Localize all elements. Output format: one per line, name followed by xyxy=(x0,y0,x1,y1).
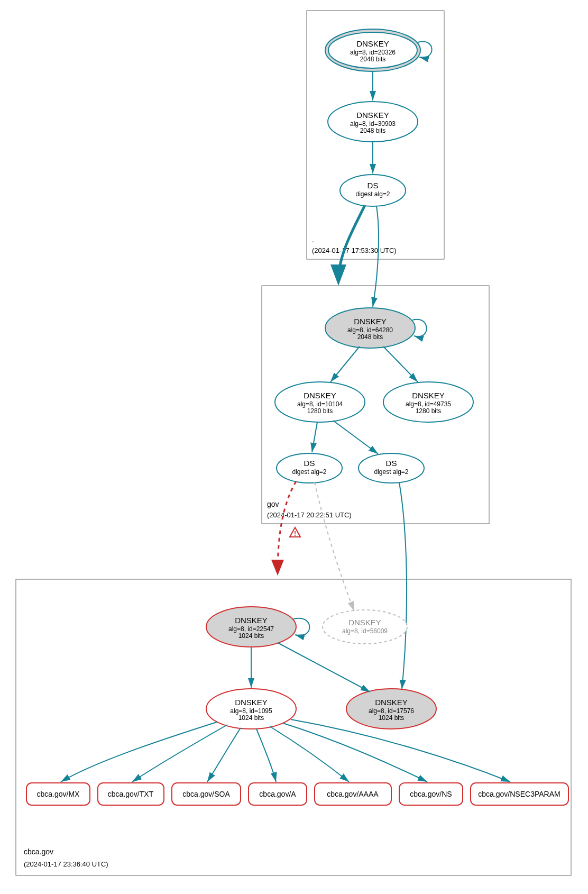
svg-text:1024 bits: 1024 bits xyxy=(238,632,264,640)
svg-text:DNSKEY: DNSKEY xyxy=(356,111,389,120)
svg-text:DNSKEY: DNSKEY xyxy=(235,616,268,625)
edge-zsk-soa xyxy=(207,728,241,782)
svg-text:cbca.gov/NSEC3PARAM: cbca.gov/NSEC3PARAM xyxy=(478,790,560,798)
edge-gov-zsk1-ds1 xyxy=(312,422,317,452)
svg-text:alg=8, id=22547: alg=8, id=22547 xyxy=(228,625,274,633)
edge-zsk-a xyxy=(256,729,276,782)
svg-text:cbca.gov/MX: cbca.gov/MX xyxy=(37,790,80,798)
edge-gov-ksk-zsk2 xyxy=(383,346,418,382)
svg-text:cbca.gov/NS: cbca.gov/NS xyxy=(410,790,452,798)
edge-zsk-ns xyxy=(283,723,427,782)
svg-text:DS: DS xyxy=(304,459,315,468)
node-cbca-ghost[interactable]: DNSKEY alg=8, id=56009 xyxy=(323,610,407,644)
svg-text:alg=8, id=1095: alg=8, id=1095 xyxy=(230,707,272,715)
node-cbca-ksk[interactable]: DNSKEY alg=8, id=22547 1024 bits xyxy=(206,607,296,647)
svg-text:DNSKEY: DNSKEY xyxy=(304,391,336,400)
rr-ns[interactable]: cbca.gov/NS xyxy=(399,783,463,805)
edge-gov-zsk1-ds2 xyxy=(333,421,378,454)
rr-mx[interactable]: cbca.gov/MX xyxy=(26,783,90,805)
svg-text:alg=8, id=17576: alg=8, id=17576 xyxy=(369,707,414,715)
svg-text:digest alg=2: digest alg=2 xyxy=(374,468,408,476)
svg-text:alg=8, id=10104: alg=8, id=10104 xyxy=(297,400,343,408)
zone-cbca-label: cbca.gov xyxy=(24,847,53,856)
node-gov-zsk2[interactable]: DNSKEY alg=8, id=49735 1280 bits xyxy=(383,382,473,422)
edge-cbca-ksk-key2 xyxy=(278,643,370,692)
node-gov-zsk1[interactable]: DNSKEY alg=8, id=10104 1280 bits xyxy=(275,382,365,422)
svg-text:DS: DS xyxy=(386,459,397,468)
node-gov-ds2[interactable]: DS digest alg=2 xyxy=(359,453,424,483)
node-cbca-zsk[interactable]: DNSKEY alg=8, id=1095 1024 bits xyxy=(206,689,296,729)
edge-zsk-mx xyxy=(61,722,217,782)
svg-text:1280 bits: 1280 bits xyxy=(307,407,333,415)
rr-txt[interactable]: cbca.gov/TXT xyxy=(98,783,164,805)
svg-point-35 xyxy=(323,610,407,644)
svg-text:DS: DS xyxy=(368,181,379,190)
zone-cbca-timestamp: (2024-01-17 23:36:40 UTC) xyxy=(24,860,108,868)
svg-text:alg=8, id=49735: alg=8, id=49735 xyxy=(406,400,451,408)
svg-text:cbca.gov/AAAA: cbca.gov/AAAA xyxy=(327,790,379,798)
svg-text:2048 bits: 2048 bits xyxy=(357,333,383,341)
rr-nsec3param[interactable]: cbca.gov/NSEC3PARAM xyxy=(471,783,568,805)
node-root-zsk[interactable]: DNSKEY alg=8, id=30903 2048 bits xyxy=(328,102,418,142)
svg-text:2048 bits: 2048 bits xyxy=(360,127,386,134)
svg-text:cbca.gov/A: cbca.gov/A xyxy=(259,790,296,798)
edge-zsk-aaaa xyxy=(270,726,349,782)
svg-text:1024 bits: 1024 bits xyxy=(379,714,405,722)
svg-text:2048 bits: 2048 bits xyxy=(360,56,386,63)
zone-root-label: . xyxy=(312,235,314,244)
warning-icon: ! xyxy=(290,527,300,537)
edge-root-ds-to-gov-ksk xyxy=(373,206,379,307)
rr-a[interactable]: cbca.gov/A xyxy=(249,783,307,805)
node-cbca-key2[interactable]: DNSKEY alg=8, id=17576 1024 bits xyxy=(346,689,436,729)
svg-text:digest alg=2: digest alg=2 xyxy=(292,468,326,476)
dnssec-diagram: . (2024-01-17 17:53:30 UTC) DNSKEY alg=8… xyxy=(0,0,588,894)
edge-root-ds-to-gov-zone xyxy=(338,205,365,280)
svg-text:digest alg=2: digest alg=2 xyxy=(355,190,390,198)
node-gov-ksk[interactable]: DNSKEY alg=8, id=64280 2048 bits xyxy=(325,308,415,348)
rr-soa[interactable]: cbca.gov/SOA xyxy=(172,783,241,805)
zone-root-timestamp: (2024-01-17 17:53:30 UTC) xyxy=(312,247,397,254)
svg-text:cbca.gov/TXT: cbca.gov/TXT xyxy=(108,790,154,798)
svg-text:DNSKEY: DNSKEY xyxy=(412,391,445,400)
svg-text:cbca.gov/SOA: cbca.gov/SOA xyxy=(182,790,230,798)
svg-text:alg=8, id=56009: alg=8, id=56009 xyxy=(342,627,388,635)
zone-gov-label: gov xyxy=(267,500,279,508)
svg-text:DNSKEY: DNSKEY xyxy=(235,698,268,707)
svg-text:1024 bits: 1024 bits xyxy=(238,714,264,722)
svg-text:DNSKEY: DNSKEY xyxy=(354,317,387,326)
svg-text:DNSKEY: DNSKEY xyxy=(375,698,408,707)
svg-text:DNSKEY: DNSKEY xyxy=(356,39,389,48)
svg-text:alg=8, id=30903: alg=8, id=30903 xyxy=(350,120,396,127)
edge-gov-ds1-to-ghost xyxy=(315,482,354,611)
edge-gov-ds2-to-key2 xyxy=(399,482,407,689)
svg-text:1280 bits: 1280 bits xyxy=(416,407,442,415)
node-gov-ds1[interactable]: DS digest alg=2 xyxy=(277,453,342,483)
svg-text:DNSKEY: DNSKEY xyxy=(348,618,381,627)
svg-text:alg=8, id=20326: alg=8, id=20326 xyxy=(350,49,396,56)
rr-aaaa[interactable]: cbca.gov/AAAA xyxy=(315,783,391,805)
zone-gov-timestamp: (2024-01-17 20:22:51 UTC) xyxy=(267,511,352,519)
node-root-ksk[interactable]: DNSKEY alg=8, id=20326 2048 bits xyxy=(325,29,420,71)
svg-text:alg=8, id=64280: alg=8, id=64280 xyxy=(347,326,393,334)
node-root-ds[interactable]: DS digest alg=2 xyxy=(340,175,406,206)
edge-gov-ksk-zsk1 xyxy=(330,346,360,382)
edge-gov-ds1-to-cbca-warn xyxy=(278,481,296,574)
svg-text:!: ! xyxy=(294,530,296,537)
